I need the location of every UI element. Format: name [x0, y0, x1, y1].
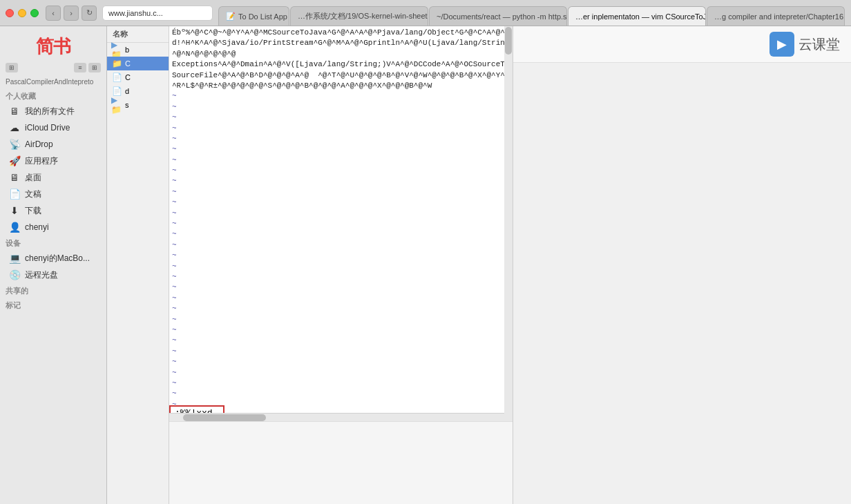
personal-section-label: 个人收藏 [0, 88, 106, 103]
finder-toolbar: ⊞ ≡ ⊞ [0, 61, 106, 75]
sidebar-item-label: chenyi的MacBo... [25, 253, 90, 264]
sidebar-item-label: iCloud Drive [25, 123, 70, 133]
tab-label: ~/Documents/react — python -m http.serve… [437, 12, 567, 21]
tab-label: …er inplementaton — vim CSourceToJava.cl… [575, 12, 706, 21]
folder-icon: ▶ 📁 [111, 100, 122, 110]
remote-disk-icon: 💿 [8, 269, 21, 281]
vim-scrollbar-thumb[interactable] [505, 27, 512, 55]
refresh-button[interactable]: ↻ [82, 6, 97, 21]
ykt-header: ▶ 云课堂 [513, 26, 851, 63]
sidebar-item-apps[interactable]: 🚀 应用程序 [3, 153, 104, 169]
vim-bottom-area [169, 421, 513, 504]
icloud-icon: ☁ [8, 122, 21, 134]
minimize-button[interactable] [18, 9, 26, 17]
ykt-logo-text: 云课堂 [799, 35, 840, 54]
browser-bar: ‹ › ↻ www.jianshu.c... 📝 To Do List App … [0, 0, 851, 26]
finder-logo: 简书 [36, 35, 70, 59]
view-grid-btn[interactable]: ⊞ [88, 63, 101, 72]
sidebar-item-label: AirDrop [25, 139, 53, 149]
sidebar-item-label: 应用程序 [25, 155, 58, 167]
file-item-b[interactable]: ▶ 📁 b [107, 43, 169, 57]
tab-vim[interactable]: …er inplementaton — vim CSourceToJava.cl… [568, 6, 706, 26]
h-scrollbar-thumb[interactable] [183, 414, 266, 421]
h-scrollbar[interactable] [169, 413, 504, 421]
tab-bash2[interactable]: …g compiler and intepreter/Chapter16 — -… [707, 6, 845, 26]
file-item-C2[interactable]: 📄 C [107, 70, 169, 84]
sidebar-item-label: 远程光盘 [25, 269, 58, 281]
file-list-panel: 名称 ▶ 📁 b 📁 C 📄 C 📄 d ▶ 📁 s [107, 26, 169, 504]
sidebar-item-label: 文稿 [25, 188, 41, 200]
downloads-icon: ⬇ [8, 204, 21, 217]
file-name: C [125, 73, 131, 81]
sidebar-toggle-btn[interactable]: ⊞ [6, 63, 18, 72]
nav-buttons: ‹ › ↻ [46, 6, 97, 21]
file-name: b [125, 46, 129, 54]
vim-content: Ébº%^@^C^@~^@^Y^A^@^MCSourceToJava^G^@^A… [169, 26, 513, 421]
view-list-btn[interactable]: ≡ [74, 63, 86, 72]
folder-icon: 📁 [111, 59, 122, 68]
ykt-body [513, 63, 851, 504]
tab-label: …作系统/文档/19/OS-kernel-win-sheet — -bash [298, 11, 428, 21]
main-layout: 简书 ⊞ ≡ ⊞ PascalCompilerAndIntepreto 个人收藏… [0, 26, 851, 504]
folder-icon: ▶ 📁 [111, 45, 122, 55]
forward-button[interactable]: › [64, 6, 79, 21]
sidebar-item-icloud[interactable]: ☁ iCloud Drive [3, 119, 104, 136]
tab-label: To Do List App [238, 12, 287, 21]
sidebar-item-downloads[interactable]: ⬇ 下载 [3, 202, 104, 219]
tab-todo[interactable]: 📝 To Do List App [218, 6, 289, 26]
airdrop-icon: 📡 [8, 138, 21, 151]
file-name: d [125, 87, 129, 95]
address-bar[interactable]: www.jianshu.c... [102, 6, 213, 21]
window: ‹ › ↻ www.jianshu.c... 📝 To Do List App … [0, 0, 851, 504]
docs-icon: 📄 [8, 188, 21, 200]
traffic-lights [6, 9, 39, 17]
tab-bash1[interactable]: …作系统/文档/19/OS-kernel-win-sheet — -bash [290, 6, 428, 26]
tab-python[interactable]: ~/Documents/react — python -m http.serve… [429, 6, 567, 26]
ykt-logo: ▶ 云课堂 [769, 32, 840, 57]
sidebar-item-chenyi[interactable]: 👤 chenyi [3, 219, 104, 235]
sidebar-item-airdrop[interactable]: 📡 AirDrop [3, 136, 104, 153]
finder-logo-area: 简书 [0, 29, 106, 61]
tab-label: …g compiler and intepreter/Chapter16 — -… [714, 12, 845, 21]
vim-scrollbar[interactable] [504, 26, 513, 421]
close-button[interactable] [6, 9, 14, 17]
file-name: s [125, 101, 129, 109]
devices-section-label: 设备 [0, 235, 106, 250]
sidebar-item-macbook[interactable]: 💻 chenyi的MacBo... [3, 250, 104, 266]
shared-section-label: 共享的 [0, 283, 106, 298]
tags-section-label: 标记 [0, 298, 106, 312]
sidebar-item-all-files[interactable]: 🖥 我的所有文件 [3, 103, 104, 119]
file-item-C1[interactable]: 📁 C [107, 57, 169, 70]
sidebar-item-label: chenyi [25, 222, 49, 232]
sidebar-item-label: 我的所有文件 [25, 106, 75, 117]
finder-sidebar: 简书 ⊞ ≡ ⊞ PascalCompilerAndIntepreto 个人收藏… [0, 26, 107, 504]
right-panel: ▶ 云课堂 [513, 26, 851, 504]
tab-icon: 📝 [226, 12, 236, 21]
ykt-logo-icon: ▶ [769, 32, 794, 57]
file-icon: 📄 [111, 72, 122, 82]
back-button[interactable]: ‹ [46, 6, 61, 21]
sidebar-item-remote[interactable]: 💿 远程光盘 [3, 266, 104, 283]
vim-panel[interactable]: Ébº%^@^C^@~^@^Y^A^@^MCSourceToJava^G^@^A… [169, 26, 513, 504]
tab-bar: 📝 To Do List App …作系统/文档/19/OS-kernel-wi… [213, 0, 845, 26]
sidebar-path: PascalCompilerAndIntepreto [0, 75, 106, 88]
sidebar-item-docs[interactable]: 📄 文稿 [3, 186, 104, 202]
sidebar-item-desktop[interactable]: 🖥 桌面 [3, 169, 104, 186]
file-name: C [125, 59, 131, 68]
maximize-button[interactable] [30, 9, 39, 17]
file-item-s[interactable]: ▶ 📁 s [107, 98, 169, 112]
macbook-icon: 💻 [8, 252, 21, 264]
desktop-icon: 🖥 [8, 171, 21, 184]
apps-icon: 🚀 [8, 155, 21, 167]
all-files-icon: 🖥 [8, 105, 21, 117]
sidebar-item-label: 下载 [25, 205, 41, 217]
file-icon: 📄 [111, 86, 122, 96]
chenyi-icon: 👤 [8, 221, 21, 233]
sidebar-item-label: 桌面 [25, 172, 41, 184]
